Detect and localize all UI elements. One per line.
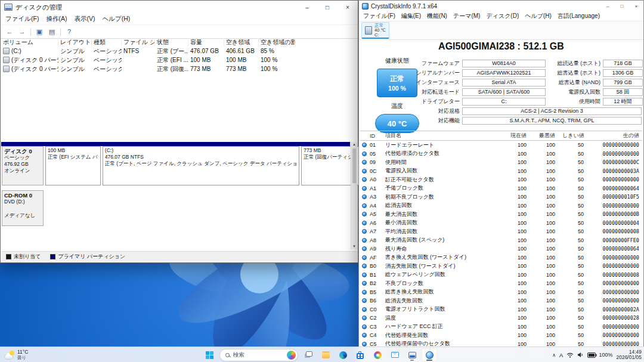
vertical-scrollbar[interactable]: ▲ ▼ xyxy=(351,142,357,249)
minimize-button[interactable]: – xyxy=(297,1,317,14)
properties-icon[interactable]: ▤ xyxy=(47,26,57,37)
smart-row[interactable]: B1総ウェアレベリング回数10010050000000000008 xyxy=(360,271,642,280)
smart-row[interactable]: C2温度10010050000000000028 xyxy=(360,314,642,323)
crystaldiskinfo-titlebar[interactable]: CrystalDiskInfo 9.7.1 x64 – □ × xyxy=(359,1,643,11)
dm-column-header-2[interactable]: 種類 xyxy=(92,38,122,47)
smart-row[interactable]: B0消去失敗回数 (ワーストダイ)10010050000000000000 xyxy=(360,262,642,271)
help-icon[interactable]: ? xyxy=(64,26,75,37)
smart-row[interactable]: A1予備ブロック数10010050000000000064 xyxy=(360,184,642,193)
volume-row[interactable]: (ディスク 0 パーティション...シンプルベーシック正常 (EFI ...10… xyxy=(1,55,350,64)
disk-management-titlebar[interactable]: ディスクの管理 – □ × xyxy=(1,1,358,14)
close-button[interactable]: × xyxy=(629,1,643,11)
taskbar-mail-button[interactable] xyxy=(387,348,402,361)
dm-menu-item-3[interactable]: ヘルプ(H) xyxy=(98,14,134,24)
smart-column-threshold[interactable]: しきい値 xyxy=(562,132,591,140)
clock[interactable]: 14:49 2026/01/05 xyxy=(616,349,642,361)
smart-row[interactable]: A3初期不良ブロック数100100500000000010F5 xyxy=(360,193,642,202)
smart-row[interactable]: B2不良ブロック数10010050000000000000 xyxy=(360,279,642,288)
smart-row[interactable]: A5最大消去回数1001005000000000000B xyxy=(360,210,642,219)
cdrom-label[interactable]: CD-ROM 0 DVD (D:) メディアなし xyxy=(2,190,44,226)
info-value[interactable]: C: xyxy=(462,98,546,106)
info-value[interactable]: AGISAFWWK1202521 xyxy=(462,69,546,77)
taskbar-search[interactable]: 検索 xyxy=(219,349,298,361)
scroll-up-icon[interactable]: ▲ xyxy=(352,142,356,147)
battery-indicator[interactable]: 100% xyxy=(587,352,612,358)
dm-column-header-1[interactable]: レイアウト xyxy=(58,38,92,47)
cdi-menu-item-5[interactable]: ヘルプ(H) xyxy=(522,11,555,21)
smart-row[interactable]: 01リードエラーレート10010050000000000000 xyxy=(360,141,642,150)
dm-menu-item-1[interactable]: 操作(A) xyxy=(42,14,70,24)
smart-row[interactable]: A4総消去回数10010050000000000000 xyxy=(360,202,642,211)
volume-row[interactable]: (C:)シンプルベーシックNTFS正常 (ブー...476.07 GB406.6… xyxy=(1,47,350,55)
taskbar-crystaldiskinfo-button[interactable] xyxy=(422,348,437,361)
cdi-menu-item-2[interactable]: 機能(N) xyxy=(424,11,450,21)
smart-row[interactable]: C3ハードウェア ECC 訂正10010050000000000000 xyxy=(360,323,642,332)
info-value[interactable]: 58 回 xyxy=(603,88,643,96)
partition-box[interactable]: 100 MB正常 (EFI システム パーティシ xyxy=(45,146,101,185)
taskbar-microsoft-store-button[interactable] xyxy=(352,348,368,361)
drive-tab-c[interactable]: 正常 40 ℃ C: xyxy=(361,22,389,39)
taskbar-weather-widget[interactable]: 11°C 曇り xyxy=(2,347,30,362)
smart-row[interactable]: 09使用時間1001005000000000000C xyxy=(360,158,642,167)
wifi-icon[interactable] xyxy=(566,352,574,358)
smart-row[interactable]: A0訂正不可能セクタ数10010050000000000000 xyxy=(360,175,642,184)
taskbar-disk-management-button[interactable] xyxy=(404,348,420,361)
taskbar-task-view-button[interactable] xyxy=(301,348,316,361)
info-value[interactable]: ACS-2 | ACS-2 Revision 3 xyxy=(462,107,642,115)
back-arrow-icon[interactable]: ← xyxy=(4,26,15,37)
smart-column-current[interactable]: 現在値 xyxy=(505,132,534,140)
dm-column-header-6[interactable]: 空き領域 xyxy=(224,38,259,47)
info-value[interactable]: 718 GB xyxy=(603,60,643,67)
smart-row[interactable]: AF書き換え失敗回数 (ワーストダイ)10010050000000000000 xyxy=(360,253,642,262)
volume-icon[interactable] xyxy=(577,352,584,358)
cdi-menu-item-6[interactable]: 言語(Language) xyxy=(555,11,603,21)
partition-box[interactable]: (C:)476.07 GB NTFS正常 (ブート, ページ ファイル, クラッ… xyxy=(103,146,299,185)
maximize-button[interactable]: □ xyxy=(317,1,338,14)
smart-row[interactable]: C0電源オフリトラクト回数1001005000000000002A xyxy=(360,305,642,314)
info-value[interactable]: 12 時間 xyxy=(603,98,643,106)
info-value[interactable]: S.M.A.R.T., APM, NCQ, TRIM, GPL xyxy=(462,117,642,125)
smart-column-raw[interactable]: 生の値 xyxy=(591,132,642,140)
smart-row[interactable]: A6最小消去回数10010050000000000004 xyxy=(360,219,642,228)
start-button[interactable] xyxy=(202,348,217,361)
smart-row[interactable]: A9残り寿命10010050000000000064 xyxy=(360,245,642,253)
dm-menu-item-2[interactable]: 表示(V) xyxy=(70,14,98,24)
cdi-menu-item-0[interactable]: ファイル(F) xyxy=(360,11,398,21)
info-value[interactable]: W0814A0 xyxy=(462,60,546,67)
taskbar-photos-button[interactable] xyxy=(370,348,385,361)
smart-row[interactable]: B5総書き換え失敗回数10010050000000000000 xyxy=(360,288,642,297)
cdi-menu-item-3[interactable]: テーマ(M) xyxy=(450,11,483,21)
smart-row[interactable]: 05代替処理済のセクタ数10010050000000000000 xyxy=(360,150,642,159)
info-value[interactable]: SATA/600 | SATA/600 xyxy=(462,88,546,96)
health-status-button[interactable]: 正常 100 % xyxy=(377,69,417,97)
cdi-menu-item-4[interactable]: ディスク(D) xyxy=(483,11,522,21)
smart-row[interactable]: A7平均消去回数10010050000000000008 xyxy=(360,227,642,236)
hidden-icons-chevron[interactable]: ∧ xyxy=(552,352,556,358)
minimize-button[interactable]: – xyxy=(600,1,615,11)
cdi-menu-item-1[interactable]: 編集(E) xyxy=(398,11,424,21)
smart-row[interactable]: B6総消去失敗回数10010050000000000000 xyxy=(360,296,642,305)
volume-row[interactable]: (ディスク 0 パーティション...シンプルベーシック正常 (回復...773 … xyxy=(1,64,350,73)
smart-column-name[interactable]: 項目名 xyxy=(385,132,505,140)
smart-row[interactable]: C4代替処理発生回数10010050000000000000 xyxy=(360,331,642,340)
scrollbar-track[interactable] xyxy=(351,147,357,244)
dm-column-header-4[interactable]: 状態 xyxy=(155,38,188,47)
ime-indicator[interactable]: A xyxy=(559,352,563,358)
smart-column-worst[interactable]: 最悪値 xyxy=(534,132,562,140)
maximize-button[interactable]: □ xyxy=(615,1,629,11)
scroll-down-icon[interactable]: ▼ xyxy=(352,244,356,249)
smart-row[interactable]: A8最大消去回数 (スペック)1001005000000000FFE0 xyxy=(360,236,642,245)
dm-column-header-5[interactable]: 容量 xyxy=(188,38,224,47)
smart-row[interactable]: 0C電源投入回数1001005000000000003A xyxy=(360,167,642,176)
scrollbar-thumb[interactable] xyxy=(352,148,356,183)
smart-column-id[interactable]: ID xyxy=(370,133,385,139)
disk0-label[interactable]: ディスク 0 ベーシック 476.92 GB オンライン xyxy=(2,146,44,185)
dm-column-header-7[interactable]: 空き領域の割... xyxy=(259,38,296,47)
info-value[interactable]: 799 GB xyxy=(603,79,643,86)
taskbar-edge-button[interactable] xyxy=(335,348,351,361)
dm-column-header-0[interactable]: ボリューム xyxy=(1,38,58,47)
info-value[interactable]: Serial ATA xyxy=(462,79,546,86)
console-window-icon[interactable]: ▣ xyxy=(34,26,45,37)
close-button[interactable]: × xyxy=(338,1,358,14)
dm-column-header-3[interactable]: ファイル システム xyxy=(122,38,155,47)
